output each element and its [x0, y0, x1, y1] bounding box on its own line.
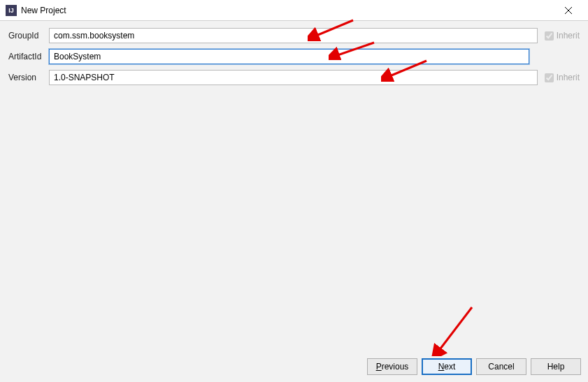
annotation-arrow-icon	[430, 304, 479, 356]
artifactid-input[interactable]	[49, 49, 529, 64]
version-inherit-label: Inherit	[557, 73, 580, 82]
window-title: New Project	[21, 6, 554, 15]
close-button[interactable]	[554, 1, 582, 20]
groupid-row: GroupId Inherit	[8, 28, 580, 43]
artifactid-row: ArtifactId	[8, 49, 580, 64]
help-button[interactable]: Help	[531, 358, 581, 375]
form-area: GroupId Inherit ArtifactId Version Inher…	[0, 21, 588, 85]
version-row: Version Inherit	[8, 70, 580, 85]
previous-button[interactable]: Previous	[367, 358, 417, 375]
cancel-button[interactable]: Cancel	[476, 358, 526, 375]
titlebar: IJ New Project	[0, 0, 588, 21]
version-input[interactable]	[49, 70, 538, 85]
button-bar: Previous Next Cancel Help	[367, 358, 581, 375]
app-icon: IJ	[6, 5, 17, 16]
svg-line-5	[438, 307, 472, 351]
version-inherit-checkbox	[545, 73, 554, 82]
groupid-inherit: Inherit	[545, 31, 580, 41]
groupid-label: GroupId	[8, 31, 49, 41]
close-icon	[565, 7, 572, 14]
artifactid-label: ArtifactId	[8, 52, 49, 61]
next-button[interactable]: Next	[422, 358, 472, 375]
groupid-input[interactable]	[49, 28, 538, 43]
version-inherit: Inherit	[545, 73, 580, 82]
groupid-inherit-label: Inherit	[557, 31, 580, 41]
version-label: Version	[8, 73, 49, 82]
groupid-inherit-checkbox	[545, 31, 554, 41]
